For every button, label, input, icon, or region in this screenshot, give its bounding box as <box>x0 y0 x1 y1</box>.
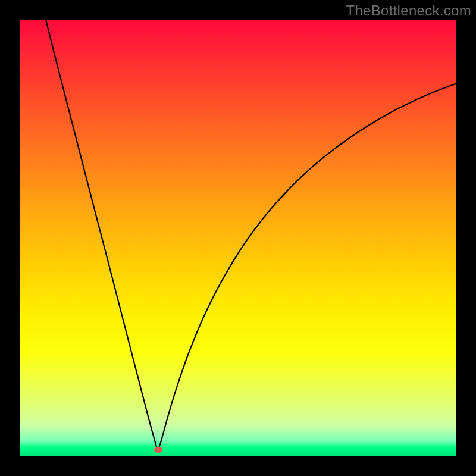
attribution-label: TheBottleneck.com <box>346 2 471 19</box>
bottleneck-curve <box>45 17 456 450</box>
minimum-marker <box>154 447 162 453</box>
curve-layer <box>20 20 456 456</box>
chart-frame: TheBottleneck.com <box>0 0 476 476</box>
